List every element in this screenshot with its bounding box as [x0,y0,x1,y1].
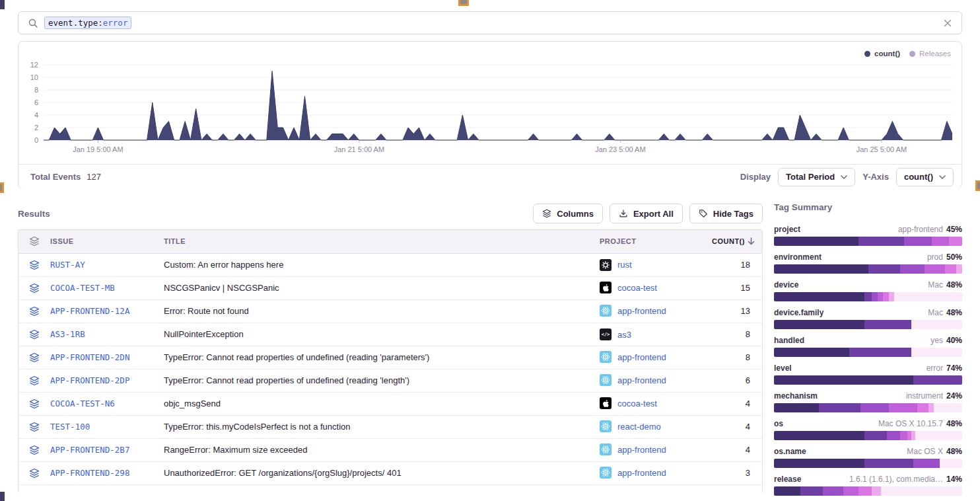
clear-search-icon[interactable] [943,19,952,28]
svg-text:4: 4 [34,111,38,119]
legend-item-count[interactable]: count() [864,50,900,58]
count-value: 8 [712,346,763,369]
table-row: AS3-1RBNullPointerException</>as38 [18,323,763,346]
search-bar[interactable]: event.type:error [18,11,962,34]
issue-link[interactable]: APP-FRONTEND-2DN [50,352,129,362]
project-link[interactable]: app-frontend [600,467,666,479]
issue-link[interactable]: APP-FRONTEND-2DP [50,375,129,385]
tag-item-mechanism: mechanisminstrument24% [774,391,962,412]
count-value: 4 [712,415,763,438]
issue-layers-icon[interactable] [18,323,50,346]
columns-button[interactable]: Columns [533,204,603,223]
project-link[interactable]: rust [600,259,632,271]
project-link[interactable]: </>as3 [600,328,631,340]
tag-distribution-bar[interactable] [774,264,962,274]
tag-bar-segment [774,459,864,468]
project-link[interactable]: app-frontend [600,374,666,386]
tag-top-percent: 50% [946,252,962,262]
tag-distribution-bar[interactable] [774,237,962,246]
tag-bar-segment [864,292,872,301]
hide-tags-button[interactable]: Hide Tags [689,204,763,223]
issue-link[interactable]: RUST-AY [50,260,85,270]
issue-layers-icon[interactable] [18,346,50,369]
issue-link[interactable]: APP-FRONTEND-12A [50,306,129,316]
issue-link[interactable]: APP-FRONTEND-298 [50,468,129,478]
svg-text:6: 6 [34,98,38,106]
yaxis-label: Y-Axis [862,172,889,182]
tag-top-value: prod [927,252,943,262]
issue-layers-icon[interactable] [18,415,50,438]
issue-link[interactable]: APP-FRONTEND-2B7 [50,445,129,455]
issue-layers-icon[interactable] [18,369,50,392]
count-value: 18 [712,253,763,276]
issue-layers-icon[interactable] [18,438,50,461]
results-heading: Results [18,209,50,219]
total-events-label: Total Events [30,172,81,182]
tag-list: projectapp-frontend45%environmentprod50%… [774,225,962,496]
table-row: RUST-AYCustom: An error happens hererust… [18,253,763,276]
export-all-button[interactable]: Export All [610,204,683,223]
svg-text:0: 0 [34,136,38,144]
issue-layers-icon[interactable] [18,253,50,276]
tag-bar-segment [872,486,881,496]
tag-bar-segment [887,431,900,440]
tag-bar-segment [932,237,949,246]
issue-title: NSCGSPanicv | NSCGSPanic [164,276,600,299]
tag-label: os.name [774,447,806,456]
tag-top-percent: 48% [946,308,962,317]
issue-layers-icon[interactable] [18,276,50,299]
tag-distribution-bar[interactable] [774,292,962,301]
svg-text:Jan 19 5:00 AM: Jan 19 5:00 AM [73,145,123,153]
display-dropdown[interactable]: Total Period [778,168,855,186]
count-value: 4 [712,438,763,461]
tag-distribution-bar[interactable] [774,348,962,357]
selection-handle [975,180,980,191]
issue-title: UnauthorizedError: GET /organizations/{o… [164,461,600,484]
tag-label: mechanism [774,391,818,401]
project-link[interactable]: app-frontend [600,305,666,317]
project-link[interactable]: app-frontend [600,351,666,363]
issue-title: TypeError: Cannot read properties of und… [164,369,600,392]
tag-item-handled: handledyes40% [774,336,962,357]
tag-summary-heading: Tag Summary [774,202,962,213]
tag-label: device [774,280,798,289]
tag-distribution-bar[interactable] [774,486,962,496]
project-link[interactable]: cocoa-test [600,397,657,409]
issue-layers-icon[interactable] [18,461,50,484]
project-link[interactable]: cocoa-test [600,282,657,293]
project-link[interactable]: react-demo [600,420,661,432]
yaxis-dropdown[interactable]: count() [896,168,954,186]
issue-link[interactable]: TEST-100 [50,422,90,432]
apple-platform-icon [600,397,612,409]
tag-top-value: Mac [928,308,943,317]
tag-distribution-bar[interactable] [774,459,962,468]
tag-distribution-bar[interactable] [774,431,962,440]
tag-bar-segment [774,237,858,246]
tag-distribution-bar[interactable] [774,320,962,329]
tag-top-percent: 48% [946,447,962,456]
tag-bar-segment [913,375,962,385]
tag-distribution-bar[interactable] [774,375,962,385]
chevron-down-icon [841,175,847,179]
search-query-token[interactable]: event.type:error [44,17,131,29]
tag-distribution-bar[interactable] [774,403,962,412]
tag-bar-segment [900,431,907,440]
columns-stack-icon [542,209,551,218]
column-header-count[interactable]: COUNT() [712,230,763,253]
table-row: APP-FRONTEND-2B7RangeError: Maximum size… [18,438,763,461]
tag-bar-segment [868,264,900,274]
issue-link[interactable]: COCOA-TEST-MB [50,283,115,293]
column-header-title[interactable]: TITLE [164,230,600,253]
issue-layers-icon[interactable] [18,392,50,415]
column-header-project[interactable]: PROJECT [600,230,712,253]
issue-link[interactable]: COCOA-TEST-N6 [50,399,115,408]
legend-item-releases[interactable]: Releases [909,50,951,58]
issue-link[interactable]: AS3-1RB [50,329,85,339]
react-platform-icon [600,420,612,432]
project-link[interactable]: app-frontend [600,443,666,455]
issue-layers-icon[interactable] [18,299,50,323]
tag-item-environment: environmentprod50% [774,252,962,274]
column-header-issue[interactable]: ISSUE [50,230,164,253]
tag-bar-segment [849,348,911,357]
events-area-chart[interactable]: 024681012Jan 19 5:00 AMJan 21 5:00 AMJan… [18,58,962,162]
